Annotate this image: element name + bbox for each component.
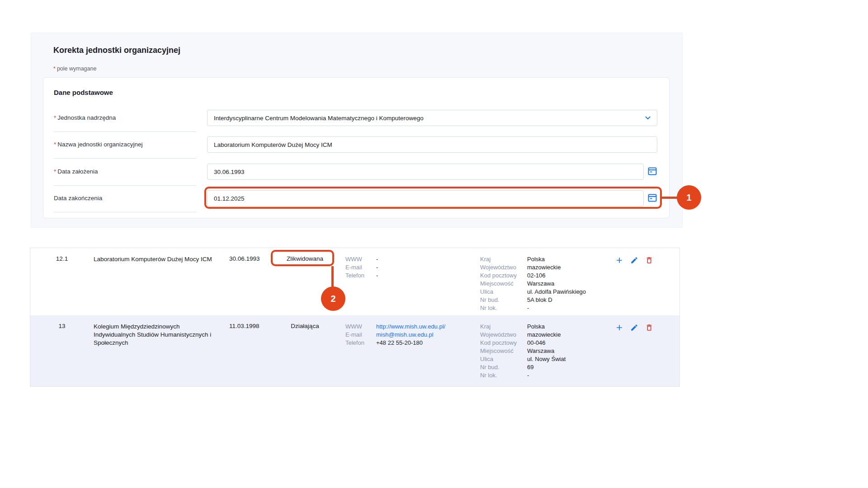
plus-icon (615, 256, 623, 264)
address-value-street: ul. Nowy Świat (527, 355, 566, 363)
contact-value-phone: - (376, 272, 378, 280)
units-table: 12.1 Laboratorium Komputerów Dużej Mocy … (30, 248, 680, 387)
field-end-date: Data zakończenia (54, 190, 657, 213)
field-parent-unit: *Jednostka nadrzędna (54, 110, 657, 132)
address-label-postcode: Kod pocztowy (480, 272, 527, 280)
unit-founded-date: 30.06.1993 (229, 255, 272, 315)
unit-number: 13 (30, 323, 94, 386)
trash-icon (645, 256, 653, 264)
plus-icon (615, 324, 623, 332)
chevron-down-icon[interactable] (644, 114, 652, 122)
address-label-voivodeship: Województwo (480, 263, 527, 272)
address-label-country: Kraj (480, 255, 527, 263)
founding-date-picker-button[interactable] (647, 164, 657, 180)
website-link[interactable]: http://www.mish.uw.edu.pl/ (376, 323, 445, 331)
parent-unit-select (207, 110, 657, 126)
address-value-unit-no: - (527, 304, 529, 312)
field-label-text: Jednostka nadrzędna (57, 114, 116, 121)
required-note-text: pole wymagane (57, 66, 97, 72)
unit-name-input[interactable] (207, 136, 657, 153)
unit-founded-date: 11.03.1998 (229, 323, 272, 386)
contact-value-phone: +48 22 55-20-180 (376, 339, 423, 347)
end-date-input[interactable] (207, 190, 644, 206)
field-label-unit-name: *Nazwa jednostki organizacyjnej (54, 136, 196, 159)
address-value-unit-no: - (527, 371, 529, 380)
unit-name: Kolegium Międzydziedzinowych Indywidualn… (94, 323, 229, 386)
pencil-icon (630, 256, 638, 264)
add-button[interactable] (615, 256, 623, 264)
address-label-unit-no: Nr lok. (480, 371, 527, 380)
founding-date-control (207, 164, 657, 180)
row-actions (609, 255, 679, 315)
address-value-country: Polska (527, 255, 545, 263)
unit-contact: WWW- E-mail- Telefon- (338, 255, 473, 315)
required-field-note: *pole wymagane (53, 66, 96, 72)
email-link[interactable]: mish@mish.uw.edu.pl (376, 331, 434, 339)
address-value-street: ul. Adolfa Pawińskiego (527, 288, 586, 296)
end-date-picker-button[interactable] (647, 190, 657, 206)
field-label-end-date: Data zakończenia (54, 190, 196, 212)
field-label-parent-unit: *Jednostka nadrzędna (54, 110, 196, 132)
address-value-voivodeship: mazowieckie (527, 263, 561, 272)
section-title: Dane podstawowe (54, 89, 113, 96)
address-label-unit-no: Nr lok. (480, 304, 527, 312)
field-label-text: Nazwa jednostki organizacyjnej (57, 141, 142, 148)
contact-label-email: E-mail (345, 331, 376, 339)
field-label-text: Data założenia (57, 168, 98, 175)
field-label-founding-date: *Data założenia (54, 164, 196, 186)
end-date-control (207, 190, 657, 206)
field-unit-name: *Nazwa jednostki organizacyjnej (54, 136, 657, 159)
address-label-country: Kraj (480, 323, 527, 331)
row-actions (609, 323, 679, 386)
unit-address: KrajPolska Województwomazowieckie Kod po… (473, 255, 609, 315)
unit-name-control (207, 136, 657, 153)
unit-address: KrajPolska Województwomazowieckie Kod po… (473, 323, 609, 386)
add-button[interactable] (615, 324, 623, 332)
contact-label-www: WWW (345, 323, 376, 331)
address-label-voivodeship: Województwo (480, 331, 527, 339)
pencil-icon (630, 324, 638, 332)
address-label-street: Ulica (480, 355, 527, 363)
trash-icon (645, 324, 653, 332)
edit-button[interactable] (630, 324, 638, 332)
address-value-voivodeship: mazowieckie (527, 331, 561, 339)
calendar-icon (648, 167, 657, 177)
basic-data-card: Dane podstawowe *Jednostka nadrzędna (43, 77, 670, 218)
address-label-street: Ulica (480, 288, 527, 296)
unit-contact: WWWhttp://www.mish.uw.edu.pl/ E-mailmish… (338, 323, 473, 386)
field-founding-date: *Data założenia (54, 164, 657, 186)
unit-status: Zlikwidowana (272, 255, 338, 315)
unit-number: 12.1 (30, 255, 94, 315)
required-asterisk: * (53, 66, 56, 72)
address-value-country: Polska (527, 323, 545, 331)
table-row: 13 Kolegium Międzydziedzinowych Indywidu… (30, 315, 679, 386)
page-title: Korekta jednostki organizacyjnej (53, 46, 180, 55)
address-label-building: Nr bud. (480, 363, 527, 371)
address-label-postcode: Kod pocztowy (480, 339, 527, 347)
contact-label-email: E-mail (345, 263, 376, 272)
address-value-city: Warszawa (527, 347, 554, 355)
required-asterisk: * (54, 114, 56, 121)
delete-button[interactable] (645, 256, 653, 264)
contact-label-phone: Telefon (345, 272, 376, 280)
contact-label-www: WWW (345, 255, 376, 263)
contact-value-www: - (376, 255, 378, 263)
address-label-building: Nr bud. (480, 296, 527, 304)
address-value-building: 5A blok D (527, 296, 552, 304)
table-row: 12.1 Laboratorium Komputerów Dużej Mocy … (30, 248, 679, 315)
contact-value-email: - (376, 263, 378, 272)
contact-label-phone: Telefon (345, 339, 376, 347)
page: Korekta jednostki organizacyjnej *pole w… (0, 0, 868, 488)
unit-status: Działająca (272, 323, 338, 386)
address-value-city: Warszawa (527, 280, 554, 288)
founding-date-input[interactable] (207, 164, 644, 180)
required-asterisk: * (54, 168, 56, 175)
parent-unit-input[interactable] (207, 110, 657, 126)
address-label-city: Miejscowość (480, 280, 527, 288)
address-value-postcode: 02-106 (527, 272, 545, 280)
required-asterisk: * (54, 141, 56, 148)
delete-button[interactable] (645, 324, 653, 332)
address-value-building: 69 (527, 363, 533, 371)
unit-name: Laboratorium Komputerów Dużej Mocy ICM (94, 255, 229, 315)
edit-button[interactable] (630, 256, 638, 264)
